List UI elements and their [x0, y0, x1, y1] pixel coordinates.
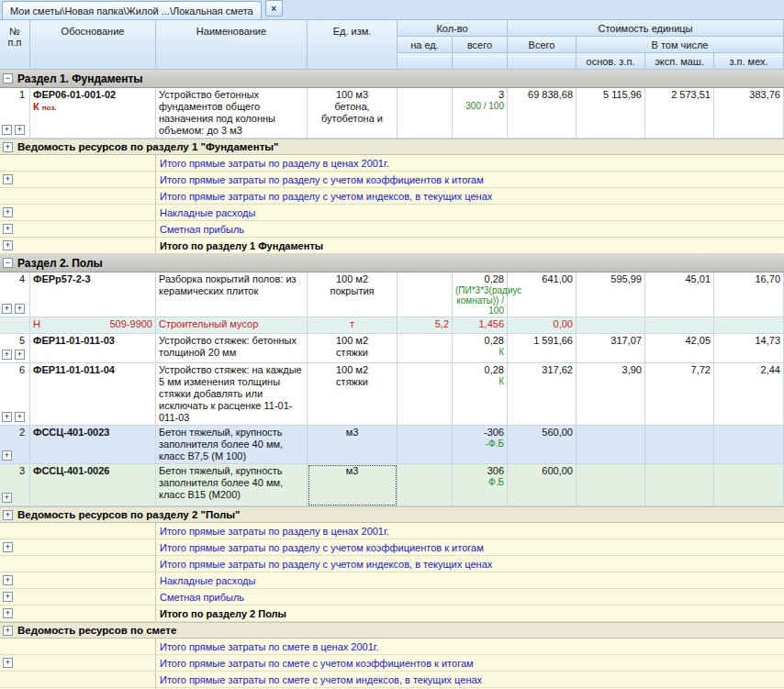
resource-sheet-row[interactable]: +Ведомость ресурсов по разделу 1 "Фундам… [0, 139, 784, 155]
expand-icon[interactable]: + [3, 542, 13, 552]
cell-justification[interactable]: ФССЦ-401-0023 [30, 426, 156, 464]
cell-machine-cost[interactable]: 45,01 [645, 272, 714, 317]
collapse-icon[interactable]: − [3, 258, 13, 268]
table-row[interactable]: 1++ФЕР06-01-001-02К поз.Устройство бетон… [0, 88, 784, 139]
total-row[interactable]: +Итого прямые затраты по разделу с учето… [0, 172, 784, 188]
expand-icon[interactable]: + [3, 174, 13, 184]
cell-mech-wage[interactable] [714, 426, 784, 464]
cell-unit[interactable]: м3 [308, 426, 398, 464]
resource-row[interactable]: Н509-9900Строительный мусорт5,21,4560,00 [0, 317, 784, 334]
cell-unit-cost-total[interactable]: 1 591,66 [508, 334, 577, 363]
total-row[interactable]: +Накладные расходы [0, 572, 784, 589]
cell-qty-total[interactable]: 3300 / 100 [453, 88, 508, 139]
cell-unit-cost-total[interactable]: 69 838,68 [508, 88, 577, 139]
collapse-icon[interactable]: − [3, 73, 13, 83]
expand-icon[interactable]: + [3, 240, 13, 250]
cell-unit[interactable]: 100 м3 бетона, бутобетона и [308, 88, 398, 139]
total-row[interactable]: Итого прямые затраты по разделу с учетом… [0, 188, 784, 205]
expand-icon[interactable]: + [2, 304, 12, 314]
total-row[interactable]: +Сметная прибыль [0, 221, 784, 238]
cell-name[interactable]: Бетон тяжелый, крупность заполнителя бол… [156, 426, 308, 464]
table-row[interactable]: 2+ФССЦ-401-0023Бетон тяжелый, крупность … [0, 426, 784, 464]
cell-justification[interactable]: ФЕР11-01-011-04 [30, 363, 156, 426]
expand-icon[interactable]: + [2, 493, 12, 503]
expand-icon[interactable]: + [15, 350, 25, 360]
cell-justification[interactable]: ФЕРр57-2-3 [30, 272, 156, 317]
cell-justification[interactable]: Н509-9900 [30, 317, 156, 334]
total-row[interactable]: +Итого прямые затраты по смете с учетом … [0, 655, 784, 672]
table-row[interactable]: 5++ФЕР11-01-011-03Устройство стяжек: бет… [0, 334, 784, 363]
cell-justification[interactable]: ФЕР11-01-011-03 [30, 334, 156, 363]
cell-mech-wage[interactable]: 2,44 [714, 363, 784, 426]
selected-cell[interactable]: м3 [308, 464, 398, 506]
expand-icon[interactable]: + [3, 608, 13, 618]
total-row[interactable]: +Накладные расходы [0, 205, 784, 221]
cell-name[interactable]: Устройство бетонных фундаментов общего н… [156, 88, 308, 139]
total-row[interactable]: Итого прямые затраты по смете с учетом и… [0, 672, 784, 688]
cell-machine-cost[interactable]: 42,05 [645, 334, 714, 363]
cell-qty-per-unit[interactable] [398, 464, 453, 506]
cell-name[interactable]: Разборка покрытий полов: из керамических… [156, 272, 308, 317]
cell-name[interactable]: Устройство стяжек: бетонных толщиной 20 … [156, 334, 308, 363]
cell-qty-per-unit[interactable] [398, 88, 453, 139]
cell-qty-total[interactable]: 0,28(ПИ*3*3(радиус комнаты)) / 100 [453, 272, 508, 317]
expand-icon[interactable]: + [3, 510, 13, 520]
total-row[interactable]: +Итого по разделу 1 Фундаменты [0, 238, 784, 254]
cell-unit-cost-total[interactable]: 0,00 [508, 317, 577, 334]
cell-item-number[interactable]: 6++ [0, 363, 30, 426]
expand-icon[interactable]: + [3, 207, 13, 217]
cell-item-number[interactable]: 1++ [0, 88, 30, 139]
cell-machine-cost[interactable] [645, 317, 714, 334]
cell-machine-cost[interactable]: 7,72 [645, 363, 714, 426]
cell-qty-per-unit[interactable] [398, 334, 453, 363]
cell-qty-total[interactable]: 1,456 [453, 317, 508, 334]
cell-base-wage[interactable]: 3,90 [577, 363, 645, 426]
cell-base-wage[interactable] [577, 317, 645, 334]
table-row[interactable]: 3+ФССЦ-401-0026Бетон тяжелый, крупность … [0, 464, 784, 506]
tab-local-estimate[interactable]: Мои сметы\Новая папка\Жилой ...\Локальна… [2, 1, 262, 19]
cell-unit[interactable]: 100 м2 стяжки [308, 334, 398, 363]
cell-unit[interactable]: т [308, 317, 398, 334]
section-row[interactable]: −Раздел 1. Фундаменты [0, 70, 784, 88]
cell-item-number[interactable]: 2+ [0, 426, 30, 464]
cell-item-number[interactable]: 4++ [0, 272, 30, 317]
cell-mech-wage[interactable] [714, 317, 784, 334]
cell-name[interactable]: Бетон тяжелый, крупность заполнителя бол… [156, 464, 308, 506]
expand-icon[interactable]: + [3, 575, 13, 585]
cell-item-number[interactable]: 5++ [0, 334, 30, 363]
expand-icon[interactable]: + [2, 350, 12, 360]
resource-sheet-row[interactable]: +Ведомость ресурсов по разделу 2 "Полы" [0, 506, 784, 523]
cell-base-wage[interactable] [577, 464, 645, 506]
total-row[interactable]: +Сметная прибыль [0, 589, 784, 606]
cell-unit[interactable]: 100 м2 покрытия [308, 272, 398, 317]
cell-machine-cost[interactable]: 2 573,51 [645, 88, 714, 139]
cell-name[interactable]: Устройство стяжек: на каждые 5 мм измене… [156, 363, 308, 426]
expand-icon[interactable]: + [3, 142, 13, 152]
expand-icon[interactable]: + [2, 412, 12, 422]
total-row[interactable]: +Итого прямые затраты по разделу с учето… [0, 539, 784, 556]
cell-unit-cost-total[interactable]: 641,00 [508, 272, 577, 317]
cell-mech-wage[interactable] [714, 464, 784, 506]
cell-name[interactable]: Строительный мусор [156, 317, 308, 334]
cell-unit-cost-total[interactable]: 560,00 [508, 426, 577, 464]
cell-qty-per-unit[interactable] [398, 272, 453, 317]
cell-qty-per-unit[interactable]: 5,2 [398, 317, 453, 334]
expand-icon[interactable]: + [2, 125, 12, 135]
cell-qty-total[interactable]: -306-Ф.Б [453, 426, 508, 464]
cell-base-wage[interactable]: 595,99 [577, 272, 645, 317]
table-row[interactable]: 4++ФЕРр57-2-3Разборка покрытий полов: из… [0, 272, 784, 317]
cell-machine-cost[interactable] [645, 464, 714, 506]
cell-item-number[interactable]: 3+ [0, 464, 30, 506]
cell-unit[interactable]: 100 м2 стяжки [308, 363, 398, 426]
cell-item-number[interactable] [0, 317, 30, 334]
expand-icon[interactable]: + [3, 592, 13, 602]
expand-icon[interactable]: + [15, 125, 25, 135]
cell-mech-wage[interactable]: 383,76 [714, 88, 784, 139]
section-row[interactable]: −Раздел 2. Полы [0, 254, 784, 272]
cell-qty-per-unit[interactable] [398, 363, 453, 426]
table-row[interactable]: 6++ФЕР11-01-011-04Устройство стяжек: на … [0, 363, 784, 426]
cell-unit-cost-total[interactable]: 317,62 [508, 363, 577, 426]
expand-icon[interactable]: + [3, 658, 13, 668]
total-row[interactable]: Итого прямые затраты по разделу с учетом… [0, 556, 784, 572]
total-row[interactable]: +Итого по разделу 2 Полы [0, 606, 784, 622]
